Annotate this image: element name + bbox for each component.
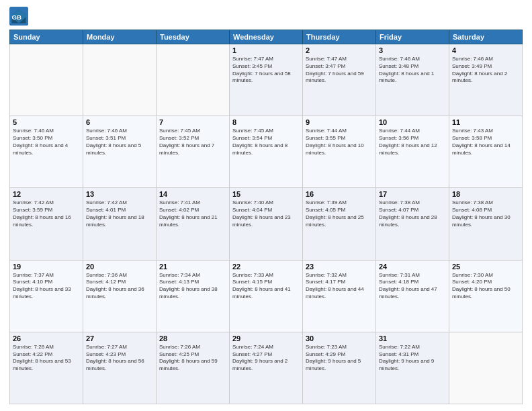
day-details: Sunrise: 7:36 AM Sunset: 4:12 PM Dayligh… (86, 272, 153, 301)
day-details: Sunrise: 7:40 AM Sunset: 4:04 PM Dayligh… (232, 199, 300, 228)
weekday-friday: Friday (376, 30, 449, 44)
calendar-cell: 6Sunrise: 7:46 AM Sunset: 3:51 PM Daylig… (83, 116, 157, 188)
logo-icon: GB (9, 7, 28, 26)
calendar-cell (83, 44, 157, 116)
svg-text:GB: GB (12, 13, 21, 21)
day-details: Sunrise: 7:44 AM Sunset: 3:55 PM Dayligh… (306, 128, 373, 156)
day-details: Sunrise: 7:30 AM Sunset: 4:20 PM Dayligh… (452, 272, 519, 301)
calendar-cell: 3Sunrise: 7:46 AM Sunset: 3:48 PM Daylig… (376, 44, 449, 116)
day-details: Sunrise: 7:46 AM Sunset: 3:48 PM Dayligh… (379, 56, 446, 85)
weekday-header-row: SundayMondayTuesdayWednesdayThursdayFrid… (10, 30, 523, 44)
calendar-cell: 27Sunrise: 7:27 AM Sunset: 4:23 PM Dayli… (83, 332, 157, 404)
day-number: 2 (306, 46, 373, 54)
day-details: Sunrise: 7:42 AM Sunset: 3:59 PM Dayligh… (13, 199, 80, 228)
day-number: 9 (306, 118, 373, 126)
week-row-4: 19Sunrise: 7:37 AM Sunset: 4:10 PM Dayli… (10, 260, 523, 332)
calendar-cell: 25Sunrise: 7:30 AM Sunset: 4:20 PM Dayli… (449, 260, 523, 332)
calendar-cell: 17Sunrise: 7:38 AM Sunset: 4:07 PM Dayli… (376, 188, 449, 260)
calendar-cell: 24Sunrise: 7:31 AM Sunset: 4:18 PM Dayli… (376, 260, 449, 332)
page: GB SundayMondayTuesdayWednesdayThursdayF… (0, 0, 532, 411)
day-number: 26 (13, 334, 80, 342)
day-number: 7 (159, 118, 226, 126)
day-number: 21 (159, 263, 226, 271)
day-details: Sunrise: 7:32 AM Sunset: 4:17 PM Dayligh… (306, 272, 373, 301)
calendar-cell: 18Sunrise: 7:38 AM Sunset: 4:08 PM Dayli… (449, 188, 523, 260)
day-details: Sunrise: 7:47 AM Sunset: 3:47 PM Dayligh… (306, 56, 373, 85)
day-details: Sunrise: 7:39 AM Sunset: 4:05 PM Dayligh… (306, 199, 373, 228)
day-number: 10 (379, 118, 446, 126)
day-number: 30 (306, 334, 373, 342)
day-number: 28 (159, 334, 226, 342)
calendar-cell: 26Sunrise: 7:28 AM Sunset: 4:22 PM Dayli… (10, 332, 83, 404)
calendar-cell: 28Sunrise: 7:26 AM Sunset: 4:25 PM Dayli… (157, 332, 230, 404)
weekday-sunday: Sunday (10, 30, 83, 44)
weekday-thursday: Thursday (303, 30, 376, 44)
calendar-cell: 8Sunrise: 7:45 AM Sunset: 3:54 PM Daylig… (230, 116, 303, 188)
calendar-cell: 16Sunrise: 7:39 AM Sunset: 4:05 PM Dayli… (303, 188, 376, 260)
day-details: Sunrise: 7:26 AM Sunset: 4:25 PM Dayligh… (159, 344, 226, 373)
calendar-cell: 15Sunrise: 7:40 AM Sunset: 4:04 PM Dayli… (230, 188, 303, 260)
calendar-cell: 23Sunrise: 7:32 AM Sunset: 4:17 PM Dayli… (303, 260, 376, 332)
day-number: 17 (379, 190, 446, 198)
day-number: 13 (86, 190, 153, 198)
day-number: 24 (379, 263, 446, 271)
day-number: 29 (232, 334, 300, 342)
weekday-saturday: Saturday (449, 30, 523, 44)
day-details: Sunrise: 7:46 AM Sunset: 3:50 PM Dayligh… (13, 128, 80, 156)
calendar-cell: 20Sunrise: 7:36 AM Sunset: 4:12 PM Dayli… (83, 260, 157, 332)
day-number: 8 (232, 118, 300, 126)
week-row-3: 12Sunrise: 7:42 AM Sunset: 3:59 PM Dayli… (10, 188, 523, 260)
calendar-cell: 13Sunrise: 7:42 AM Sunset: 4:01 PM Dayli… (83, 188, 157, 260)
day-number: 20 (86, 263, 153, 271)
day-details: Sunrise: 7:38 AM Sunset: 4:07 PM Dayligh… (379, 199, 446, 228)
calendar-cell: 22Sunrise: 7:33 AM Sunset: 4:15 PM Dayli… (230, 260, 303, 332)
day-details: Sunrise: 7:37 AM Sunset: 4:10 PM Dayligh… (13, 272, 80, 301)
day-details: Sunrise: 7:46 AM Sunset: 3:49 PM Dayligh… (452, 56, 519, 85)
day-number: 4 (452, 46, 519, 54)
week-row-2: 5Sunrise: 7:46 AM Sunset: 3:50 PM Daylig… (10, 116, 523, 188)
day-details: Sunrise: 7:28 AM Sunset: 4:22 PM Dayligh… (13, 344, 80, 373)
day-details: Sunrise: 7:47 AM Sunset: 3:45 PM Dayligh… (232, 56, 300, 85)
calendar-cell: 12Sunrise: 7:42 AM Sunset: 3:59 PM Dayli… (10, 188, 83, 260)
day-number: 22 (232, 263, 300, 271)
calendar-cell: 11Sunrise: 7:43 AM Sunset: 3:58 PM Dayli… (449, 116, 523, 188)
calendar-table: SundayMondayTuesdayWednesdayThursdayFrid… (9, 30, 523, 404)
day-number: 14 (159, 190, 226, 198)
day-details: Sunrise: 7:31 AM Sunset: 4:18 PM Dayligh… (379, 272, 446, 301)
calendar-cell: 1Sunrise: 7:47 AM Sunset: 3:45 PM Daylig… (230, 44, 303, 116)
calendar-cell (449, 332, 523, 404)
weekday-monday: Monday (83, 30, 157, 44)
calendar-cell: 29Sunrise: 7:24 AM Sunset: 4:27 PM Dayli… (230, 332, 303, 404)
day-details: Sunrise: 7:43 AM Sunset: 3:58 PM Dayligh… (452, 128, 519, 156)
day-number: 12 (13, 190, 80, 198)
calendar-cell: 9Sunrise: 7:44 AM Sunset: 3:55 PM Daylig… (303, 116, 376, 188)
day-details: Sunrise: 7:33 AM Sunset: 4:15 PM Dayligh… (232, 272, 300, 301)
calendar-cell (157, 44, 230, 116)
calendar-cell: 4Sunrise: 7:46 AM Sunset: 3:49 PM Daylig… (449, 44, 523, 116)
day-details: Sunrise: 7:22 AM Sunset: 4:31 PM Dayligh… (379, 344, 446, 373)
day-number: 19 (13, 263, 80, 271)
calendar-cell: 30Sunrise: 7:23 AM Sunset: 4:29 PM Dayli… (303, 332, 376, 404)
day-number: 23 (306, 263, 373, 271)
day-details: Sunrise: 7:45 AM Sunset: 3:54 PM Dayligh… (232, 128, 300, 156)
day-number: 16 (306, 190, 373, 198)
calendar-cell: 14Sunrise: 7:41 AM Sunset: 4:02 PM Dayli… (157, 188, 230, 260)
day-details: Sunrise: 7:45 AM Sunset: 3:52 PM Dayligh… (159, 128, 226, 156)
calendar-cell: 2Sunrise: 7:47 AM Sunset: 3:47 PM Daylig… (303, 44, 376, 116)
logo: GB (9, 7, 31, 26)
weekday-wednesday: Wednesday (230, 30, 303, 44)
calendar-cell: 5Sunrise: 7:46 AM Sunset: 3:50 PM Daylig… (10, 116, 83, 188)
calendar-cell: 31Sunrise: 7:22 AM Sunset: 4:31 PM Dayli… (376, 332, 449, 404)
weekday-tuesday: Tuesday (157, 30, 230, 44)
day-number: 1 (232, 46, 300, 54)
day-number: 27 (86, 334, 153, 342)
header: GB (9, 7, 523, 26)
calendar-cell: 7Sunrise: 7:45 AM Sunset: 3:52 PM Daylig… (157, 116, 230, 188)
day-number: 25 (452, 263, 519, 271)
day-details: Sunrise: 7:38 AM Sunset: 4:08 PM Dayligh… (452, 199, 519, 228)
day-details: Sunrise: 7:44 AM Sunset: 3:56 PM Dayligh… (379, 128, 446, 156)
day-number: 18 (452, 190, 519, 198)
day-details: Sunrise: 7:23 AM Sunset: 4:29 PM Dayligh… (306, 344, 373, 373)
calendar-cell: 19Sunrise: 7:37 AM Sunset: 4:10 PM Dayli… (10, 260, 83, 332)
day-number: 31 (379, 334, 446, 342)
